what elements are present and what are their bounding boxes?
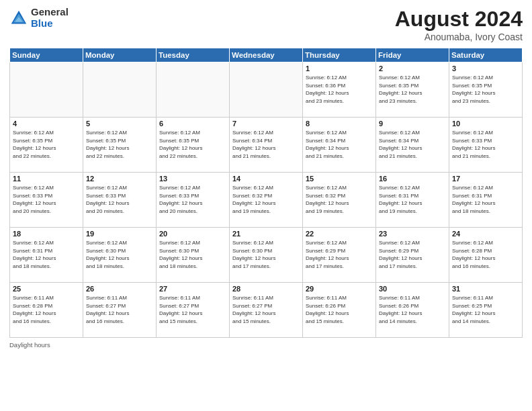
day-info: Sunrise: 6:12 AM Sunset: 6:32 PM Dayligh… bbox=[306, 184, 373, 215]
calendar-cell: 6Sunrise: 6:12 AM Sunset: 6:35 PM Daylig… bbox=[157, 118, 230, 173]
day-number: 15 bbox=[306, 175, 373, 183]
day-info: Sunrise: 6:12 AM Sunset: 6:33 PM Dayligh… bbox=[13, 184, 80, 215]
day-number: 11 bbox=[13, 175, 80, 183]
page: General Blue August 2024 Anoumaba, Ivory… bbox=[0, 0, 532, 411]
day-number: 2 bbox=[379, 64, 446, 73]
day-info: Sunrise: 6:12 AM Sunset: 6:33 PM Dayligh… bbox=[86, 184, 153, 215]
calendar-cell: 11Sunrise: 6:12 AM Sunset: 6:33 PM Dayli… bbox=[10, 173, 83, 228]
calendar-cell: 31Sunrise: 6:11 AM Sunset: 6:25 PM Dayli… bbox=[449, 283, 523, 338]
day-info: Sunrise: 6:12 AM Sunset: 6:33 PM Dayligh… bbox=[159, 184, 226, 215]
day-info: Sunrise: 6:11 AM Sunset: 6:28 PM Dayligh… bbox=[13, 294, 80, 325]
day-info: Sunrise: 6:11 AM Sunset: 6:26 PM Dayligh… bbox=[306, 294, 373, 325]
day-number: 27 bbox=[159, 285, 226, 293]
calendar-cell: 8Sunrise: 6:12 AM Sunset: 6:34 PM Daylig… bbox=[303, 118, 376, 173]
day-info: Sunrise: 6:12 AM Sunset: 6:35 PM Dayligh… bbox=[13, 129, 80, 160]
day-info: Sunrise: 6:12 AM Sunset: 6:34 PM Dayligh… bbox=[379, 129, 446, 160]
day-number: 21 bbox=[232, 230, 300, 238]
day-info: Sunrise: 6:11 AM Sunset: 6:26 PM Dayligh… bbox=[379, 294, 446, 325]
calendar-cell: 17Sunrise: 6:12 AM Sunset: 6:31 PM Dayli… bbox=[449, 173, 523, 228]
day-info: Sunrise: 6:12 AM Sunset: 6:28 PM Dayligh… bbox=[452, 239, 519, 270]
calendar-cell: 24Sunrise: 6:12 AM Sunset: 6:28 PM Dayli… bbox=[449, 228, 523, 283]
calendar-cell: 7Sunrise: 6:12 AM Sunset: 6:34 PM Daylig… bbox=[230, 118, 303, 173]
header: General Blue August 2024 Anoumaba, Ivory… bbox=[9, 7, 523, 42]
calendar-cell: 26Sunrise: 6:11 AM Sunset: 6:27 PM Dayli… bbox=[83, 283, 157, 338]
day-number: 9 bbox=[379, 120, 446, 128]
calendar-cell: 9Sunrise: 6:12 AM Sunset: 6:34 PM Daylig… bbox=[376, 118, 449, 173]
day-number: 16 bbox=[379, 175, 446, 183]
day-info: Sunrise: 6:11 AM Sunset: 6:25 PM Dayligh… bbox=[452, 294, 519, 325]
day-info: Sunrise: 6:12 AM Sunset: 6:34 PM Dayligh… bbox=[306, 129, 373, 160]
logo-general: General bbox=[31, 7, 69, 18]
day-number: 5 bbox=[86, 120, 153, 128]
day-number: 17 bbox=[452, 175, 519, 183]
day-number: 28 bbox=[232, 285, 300, 293]
title-location: Anoumaba, Ivory Coast bbox=[395, 32, 523, 42]
calendar-cell: 27Sunrise: 6:11 AM Sunset: 6:27 PM Dayli… bbox=[157, 283, 230, 338]
col-tuesday: Tuesday bbox=[157, 48, 230, 62]
day-info: Sunrise: 6:12 AM Sunset: 6:34 PM Dayligh… bbox=[232, 129, 300, 160]
logo-text: General Blue bbox=[31, 7, 69, 29]
day-info: Sunrise: 6:11 AM Sunset: 6:27 PM Dayligh… bbox=[86, 294, 153, 325]
calendar-week-1: 1Sunrise: 6:12 AM Sunset: 6:36 PM Daylig… bbox=[10, 62, 523, 118]
calendar-week-4: 18Sunrise: 6:12 AM Sunset: 6:31 PM Dayli… bbox=[10, 228, 523, 283]
day-number: 22 bbox=[306, 230, 373, 238]
day-info: Sunrise: 6:12 AM Sunset: 6:31 PM Dayligh… bbox=[13, 239, 80, 270]
title-month: August 2024 bbox=[395, 7, 523, 32]
calendar-cell: 23Sunrise: 6:12 AM Sunset: 6:29 PM Dayli… bbox=[376, 228, 449, 283]
calendar-cell: 2Sunrise: 6:12 AM Sunset: 6:35 PM Daylig… bbox=[376, 62, 449, 118]
calendar-cell bbox=[157, 62, 230, 118]
daylight-label: Daylight hours bbox=[9, 341, 50, 349]
day-number: 25 bbox=[13, 285, 80, 293]
calendar-cell: 21Sunrise: 6:12 AM Sunset: 6:30 PM Dayli… bbox=[230, 228, 303, 283]
calendar-cell bbox=[10, 62, 83, 118]
day-number: 31 bbox=[452, 285, 519, 293]
day-info: Sunrise: 6:12 AM Sunset: 6:31 PM Dayligh… bbox=[379, 184, 446, 215]
day-info: Sunrise: 6:11 AM Sunset: 6:27 PM Dayligh… bbox=[159, 294, 226, 325]
day-info: Sunrise: 6:12 AM Sunset: 6:29 PM Dayligh… bbox=[306, 239, 373, 270]
col-saturday: Saturday bbox=[449, 48, 523, 62]
day-number: 29 bbox=[306, 285, 373, 293]
day-info: Sunrise: 6:12 AM Sunset: 6:35 PM Dayligh… bbox=[452, 74, 519, 105]
calendar-cell: 5Sunrise: 6:12 AM Sunset: 6:35 PM Daylig… bbox=[83, 118, 157, 173]
day-number: 6 bbox=[159, 120, 226, 128]
day-number: 19 bbox=[86, 230, 153, 238]
calendar-cell: 30Sunrise: 6:11 AM Sunset: 6:26 PM Dayli… bbox=[376, 283, 449, 338]
col-friday: Friday bbox=[376, 48, 449, 62]
calendar-cell: 14Sunrise: 6:12 AM Sunset: 6:32 PM Dayli… bbox=[230, 173, 303, 228]
calendar-cell: 20Sunrise: 6:12 AM Sunset: 6:30 PM Dayli… bbox=[157, 228, 230, 283]
day-info: Sunrise: 6:12 AM Sunset: 6:35 PM Dayligh… bbox=[379, 74, 446, 105]
calendar-header-row: Sunday Monday Tuesday Wednesday Thursday… bbox=[10, 48, 523, 62]
day-info: Sunrise: 6:12 AM Sunset: 6:35 PM Dayligh… bbox=[86, 129, 153, 160]
day-number: 4 bbox=[13, 120, 80, 128]
calendar-cell bbox=[83, 62, 157, 118]
day-number: 24 bbox=[452, 230, 519, 238]
calendar-cell: 1Sunrise: 6:12 AM Sunset: 6:36 PM Daylig… bbox=[303, 62, 376, 118]
day-number: 8 bbox=[306, 120, 373, 128]
day-info: Sunrise: 6:12 AM Sunset: 6:31 PM Dayligh… bbox=[452, 184, 519, 215]
calendar-cell: 10Sunrise: 6:12 AM Sunset: 6:33 PM Dayli… bbox=[449, 118, 523, 173]
title-block: August 2024 Anoumaba, Ivory Coast bbox=[395, 7, 523, 42]
day-number: 12 bbox=[86, 175, 153, 183]
logo: General Blue bbox=[9, 7, 69, 29]
day-number: 26 bbox=[86, 285, 153, 293]
day-number: 3 bbox=[452, 64, 519, 73]
calendar-cell: 4Sunrise: 6:12 AM Sunset: 6:35 PM Daylig… bbox=[10, 118, 83, 173]
day-number: 14 bbox=[232, 175, 300, 183]
day-number: 23 bbox=[379, 230, 446, 238]
calendar-cell: 18Sunrise: 6:12 AM Sunset: 6:31 PM Dayli… bbox=[10, 228, 83, 283]
calendar-cell: 28Sunrise: 6:11 AM Sunset: 6:27 PM Dayli… bbox=[230, 283, 303, 338]
day-number: 1 bbox=[306, 64, 373, 73]
day-info: Sunrise: 6:12 AM Sunset: 6:30 PM Dayligh… bbox=[232, 239, 300, 270]
calendar-week-5: 25Sunrise: 6:11 AM Sunset: 6:28 PM Dayli… bbox=[10, 283, 523, 338]
calendar-week-2: 4Sunrise: 6:12 AM Sunset: 6:35 PM Daylig… bbox=[10, 118, 523, 173]
col-wednesday: Wednesday bbox=[230, 48, 303, 62]
calendar-cell: 3Sunrise: 6:12 AM Sunset: 6:35 PM Daylig… bbox=[449, 62, 523, 118]
day-number: 10 bbox=[452, 120, 519, 128]
day-info: Sunrise: 6:12 AM Sunset: 6:30 PM Dayligh… bbox=[86, 239, 153, 270]
day-info: Sunrise: 6:12 AM Sunset: 6:29 PM Dayligh… bbox=[379, 239, 446, 270]
calendar-cell: 19Sunrise: 6:12 AM Sunset: 6:30 PM Dayli… bbox=[83, 228, 157, 283]
footer-note: Daylight hours bbox=[9, 341, 523, 349]
calendar-cell: 29Sunrise: 6:11 AM Sunset: 6:26 PM Dayli… bbox=[303, 283, 376, 338]
day-number: 20 bbox=[159, 230, 226, 238]
logo-blue: Blue bbox=[31, 18, 69, 30]
